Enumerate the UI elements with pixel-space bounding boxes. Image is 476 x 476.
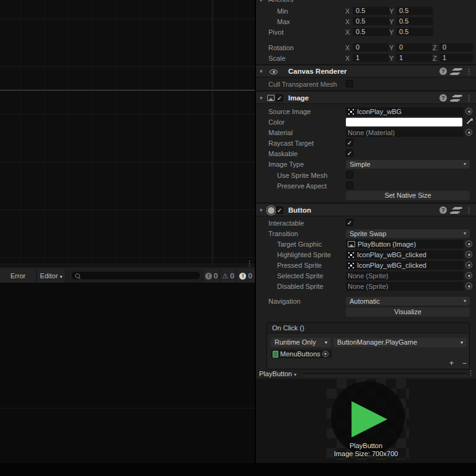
preview-area: PlayButton Image Size: 700x700 (256, 379, 476, 463)
set-native-size-button[interactable]: Set Native Size (346, 191, 470, 200)
preview-tab[interactable]: PlayButton ▾ (259, 370, 296, 377)
object-picker-icon[interactable] (465, 240, 472, 247)
rotation-x-field[interactable]: 0 (353, 43, 389, 51)
help-icon[interactable]: ? (439, 68, 447, 75)
add-event-button[interactable]: + (449, 359, 454, 368)
chevron-down-icon: ▾ (325, 338, 327, 347)
rotation-y-field[interactable]: 0 (396, 43, 432, 51)
preserve-aspect-checkbox[interactable] (346, 182, 353, 189)
min-x-field[interactable]: 0.5 (353, 7, 390, 15)
transition-dropdown[interactable]: Sprite Swap ▾ (346, 229, 470, 238)
use-sprite-mesh-label: Use Sprite Mesh (277, 172, 327, 179)
highlighted-sprite-label: Highlighted Sprite (277, 251, 331, 258)
scene-view[interactable] (0, 0, 255, 263)
button-header[interactable]: ▾ ✓ Button ? ⋮ (256, 205, 476, 216)
material-field[interactable]: None (Material) (346, 128, 464, 137)
console-splitter[interactable] (0, 408, 255, 408)
warning-count: 0 (230, 272, 234, 280)
component-menu-icon[interactable]: ⋮ (465, 95, 472, 101)
event-mode-value: Runtime Only (275, 338, 316, 346)
warning-count-button[interactable]: ⚠ 0 (219, 269, 236, 283)
target-graphic-field[interactable]: PlayButton (Image) (346, 240, 464, 249)
source-image-field[interactable]: IconPlay_wBG (346, 107, 464, 116)
presets-icon[interactable] (452, 95, 460, 101)
object-picker-icon[interactable] (465, 272, 472, 279)
object-picker-icon[interactable] (465, 251, 472, 258)
min-y-field[interactable]: 0.5 (396, 7, 433, 15)
z-axis-label: Z (433, 44, 437, 51)
event-target-field[interactable]: MenuButtons (271, 350, 332, 358)
x-axis-label: X (345, 55, 350, 62)
preview-menu-icon[interactable]: ⋮ (467, 370, 474, 376)
navigation-dropdown[interactable]: Automatic ▾ (346, 297, 470, 306)
console-search-input[interactable] (71, 271, 201, 280)
object-picker-icon[interactable] (322, 351, 328, 357)
maskable-checkbox[interactable]: ✓ (346, 149, 353, 157)
presets-icon[interactable] (452, 68, 460, 74)
error-pause-button[interactable]: Error Pause (0, 269, 37, 283)
help-icon[interactable]: ? (439, 94, 447, 102)
image-type-dropdown[interactable]: Simple ▾ (346, 160, 470, 169)
button-enabled-checkbox[interactable]: ✓ (276, 206, 283, 214)
disabled-sprite-field[interactable]: None (Sprite) (346, 282, 464, 291)
transition-row: Transition Sprite Swap ▾ (256, 229, 476, 239)
chevron-down-icon: ▾ (60, 274, 62, 280)
raycast-target-checkbox[interactable]: ✓ (346, 139, 353, 146)
presets-icon[interactable] (452, 207, 460, 213)
max-x-field[interactable]: 0.5 (353, 17, 390, 25)
component-menu-icon[interactable]: ⋮ (465, 68, 472, 74)
object-picker-icon[interactable] (465, 283, 472, 289)
pressed-sprite-field[interactable]: IconPlay_wBG_clicked (346, 261, 464, 270)
event-mode-dropdown[interactable]: Runtime Only ▾ (271, 338, 331, 347)
preview-drag-handle[interactable] (303, 373, 467, 376)
image-enabled-checkbox[interactable]: ✓ (276, 94, 283, 102)
use-sprite-mesh-checkbox[interactable] (346, 171, 353, 178)
component-menu-icon[interactable]: ⋮ (465, 207, 472, 213)
pivot-y-field[interactable]: 0.5 (396, 28, 433, 36)
pressed-sprite-label: Pressed Sprite (277, 262, 322, 269)
z-axis-label: Z (433, 55, 437, 62)
object-picker-icon[interactable] (465, 262, 472, 268)
navigation-value: Automatic (350, 298, 380, 305)
info-count-button[interactable]: ! 0 (203, 269, 219, 283)
object-picker-icon[interactable] (465, 108, 472, 115)
canvas-renderer-header[interactable]: ▾ Canvas Renderer ? ⋮ (256, 66, 476, 77)
editor-dropdown[interactable]: Editor ▾ (37, 269, 66, 283)
chevron-down-icon: ▾ (461, 338, 463, 347)
visualize-button[interactable]: Visualize (346, 307, 470, 317)
y-axis-label: Y (389, 29, 394, 36)
error-count-button[interactable]: ! 0 (236, 269, 255, 283)
scale-row: Scale X 1 Y 1 Z 1 (256, 53, 476, 63)
x-axis-label: X (345, 29, 350, 36)
remove-event-button[interactable]: − (462, 359, 467, 368)
interactable-row: Interactable ✓ (256, 218, 476, 228)
interactable-checkbox[interactable]: ✓ (346, 219, 353, 226)
scale-y-field[interactable]: 1 (396, 54, 432, 62)
event-function-dropdown[interactable]: ButtonManager.PlayGame ▾ (333, 338, 467, 347)
max-y-field[interactable]: 0.5 (396, 17, 433, 25)
foldout-icon[interactable]: ▾ (260, 95, 263, 101)
use-sprite-mesh-row: Use Sprite Mesh (256, 170, 476, 180)
highlighted-sprite-field[interactable]: IconPlay_wBG_clicked (346, 250, 464, 259)
scale-x-field[interactable]: 1 (353, 54, 389, 62)
y-axis-label: Y (389, 18, 394, 25)
cull-transparent-mesh-checkbox[interactable] (346, 80, 353, 87)
scale-z-field[interactable]: 1 (439, 54, 473, 62)
object-picker-icon[interactable] (465, 129, 472, 136)
foldout-icon[interactable]: ▾ (260, 68, 263, 74)
image-icon (348, 241, 355, 247)
console-log-area[interactable] (0, 283, 255, 463)
editor-dropdown-label: Editor (40, 272, 58, 280)
anchor-max-row: Max X 0.5 Y 0.5 (256, 17, 476, 27)
help-icon[interactable]: ? (439, 206, 447, 214)
selected-sprite-field[interactable]: None (Sprite) (346, 271, 464, 280)
foldout-icon[interactable]: ▾ (260, 207, 263, 213)
eyedropper-icon[interactable] (465, 118, 473, 125)
pivot-x-field[interactable]: 0.5 (353, 28, 390, 36)
image-header[interactable]: ▾ ✓ Image ? ⋮ (256, 92, 476, 104)
color-swatch[interactable] (346, 118, 462, 126)
foldout-icon[interactable]: ▾ (260, 0, 263, 3)
rotation-z-field[interactable]: 0 (439, 43, 473, 51)
console-menu-icon[interactable]: ⋮ (246, 260, 253, 267)
anchors-label: Anchors (268, 0, 293, 3)
